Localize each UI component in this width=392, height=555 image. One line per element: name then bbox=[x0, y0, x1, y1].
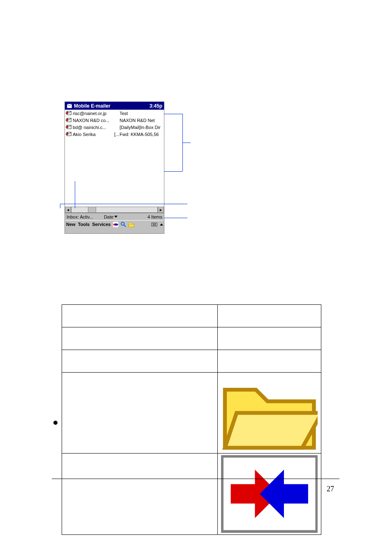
menu-bar: New Tools Services bbox=[65, 220, 164, 228]
callout-line bbox=[164, 218, 187, 218]
callout-line bbox=[182, 143, 191, 143]
table-cell bbox=[217, 350, 321, 373]
footer-rule bbox=[52, 479, 339, 479]
scroll-right-button[interactable]: ► bbox=[158, 207, 164, 213]
chevron-down-icon bbox=[114, 216, 118, 218]
table-cell bbox=[217, 327, 321, 350]
menu-tools[interactable]: Tools bbox=[78, 222, 90, 227]
callout-line bbox=[164, 171, 182, 172]
svg-line-7 bbox=[124, 225, 126, 227]
list-item[interactable]: risc@nainet.or.jp Test bbox=[65, 110, 164, 117]
callout-line bbox=[164, 114, 182, 114]
scroll-left-button[interactable]: ◄ bbox=[65, 207, 71, 213]
horizontal-scrollbar[interactable]: ◄ ► bbox=[65, 207, 164, 213]
table-row bbox=[62, 305, 321, 327]
table-row bbox=[62, 454, 321, 534]
attachment-cell: [... bbox=[114, 132, 120, 137]
mail-in-icon bbox=[66, 118, 71, 123]
clock: 3:45p bbox=[150, 103, 162, 109]
status-sort-label: Date bbox=[104, 214, 113, 219]
send-receive-icon bbox=[221, 455, 318, 532]
callout-line bbox=[60, 204, 187, 204]
table-cell bbox=[62, 305, 218, 327]
table-cell bbox=[62, 454, 218, 534]
page-number: 27 bbox=[327, 485, 334, 493]
status-bar: Inbox: Activ... Date 4 Items bbox=[65, 213, 164, 220]
table-cell bbox=[62, 350, 218, 373]
bullet-dot bbox=[53, 421, 58, 425]
table-cell bbox=[62, 327, 218, 350]
open-folder-icon bbox=[221, 374, 318, 451]
table-cell bbox=[217, 454, 321, 534]
status-count: 4 Items bbox=[122, 214, 162, 219]
device-screenshot: Mobile E-mailer 3:45p risc@nainet.or.jp … bbox=[65, 102, 164, 233]
table-cell bbox=[217, 373, 321, 454]
from-cell: NAXON R&D co... bbox=[73, 118, 114, 123]
status-sort[interactable]: Date bbox=[99, 214, 122, 219]
keyboard-icon[interactable] bbox=[151, 221, 157, 228]
callout-line bbox=[60, 204, 60, 208]
from-cell: Akio Serika bbox=[73, 132, 114, 137]
menu-new[interactable]: New bbox=[66, 222, 76, 227]
list-item[interactable]: NAXON R&D co... NAXON R&D Net bbox=[65, 117, 164, 124]
titlebar: Mobile E-mailer 3:45p bbox=[65, 102, 164, 110]
send-receive-icon[interactable] bbox=[113, 221, 119, 228]
subject-cell: Fwd: KKMA-505,56 bbox=[120, 132, 164, 137]
svg-point-6 bbox=[121, 222, 125, 225]
table-cell bbox=[217, 305, 321, 327]
callout-line bbox=[75, 181, 75, 208]
status-folder[interactable]: Inbox: Activ... bbox=[67, 214, 99, 219]
message-list[interactable]: risc@nainet.or.jp Test NAXON R&D co... N… bbox=[65, 110, 164, 207]
menu-services[interactable]: Services bbox=[92, 222, 111, 227]
subject-cell: NAXON R&D Net bbox=[120, 118, 164, 123]
list-item[interactable]: Akio Serika [... Fwd: KKMA-505,56 bbox=[65, 131, 164, 138]
mail-in-icon bbox=[66, 132, 71, 137]
list-item[interactable]: bd@ nainichi.c... [DailyMail]In-Box Dir bbox=[65, 124, 164, 131]
table-cell bbox=[62, 373, 218, 454]
subject-cell: [DailyMail]In-Box Dir bbox=[120, 125, 164, 130]
table-row bbox=[62, 373, 321, 454]
mail-in-icon bbox=[66, 111, 71, 116]
table-row bbox=[62, 350, 321, 373]
app-title: Mobile E-mailer bbox=[74, 103, 150, 109]
mail-in-icon bbox=[66, 125, 71, 130]
chevron-up-icon[interactable] bbox=[160, 223, 163, 226]
scroll-thumb[interactable] bbox=[88, 207, 96, 213]
table-row bbox=[62, 327, 321, 350]
from-cell: bd@ nainichi.c... bbox=[73, 125, 114, 130]
search-icon[interactable] bbox=[120, 221, 127, 228]
app-icon bbox=[67, 103, 72, 109]
from-cell: risc@nainet.or.jp bbox=[73, 111, 114, 116]
reference-table bbox=[62, 304, 321, 535]
open-folder-icon[interactable] bbox=[128, 221, 134, 228]
scroll-track[interactable] bbox=[71, 207, 158, 213]
subject-cell: Test bbox=[120, 111, 164, 116]
